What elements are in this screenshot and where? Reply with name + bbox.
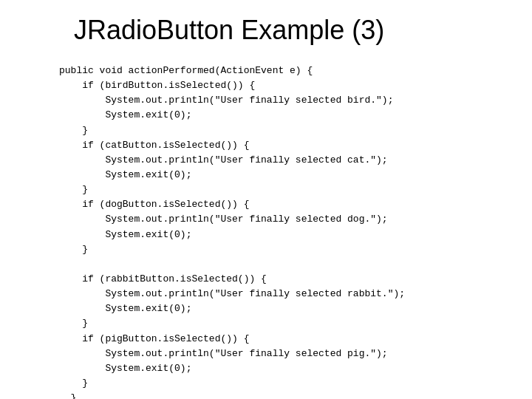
page-title: JRadioButton Example (3)	[74, 15, 502, 46]
page: JRadioButton Example (3) public void act…	[0, 0, 532, 399]
code-block: public void actionPerformed(ActionEvent …	[59, 64, 502, 399]
